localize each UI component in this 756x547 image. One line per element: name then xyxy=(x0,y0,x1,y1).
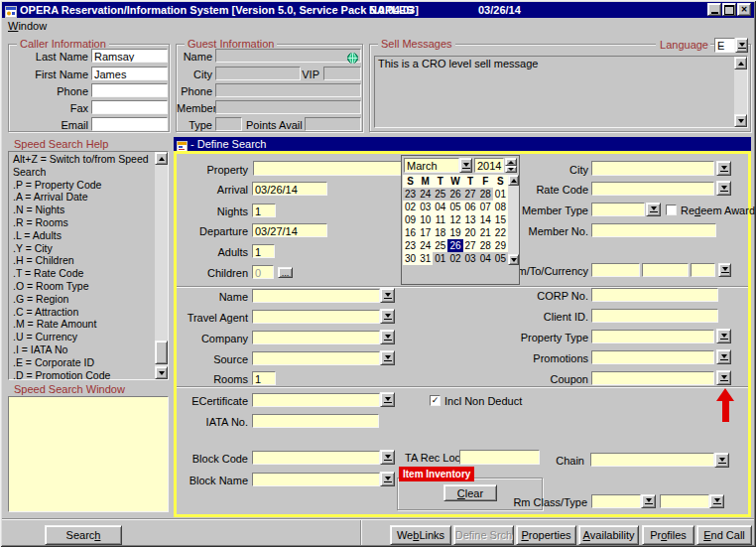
calendar-day[interactable]: 17 xyxy=(418,226,433,239)
calendar-day[interactable]: 09 xyxy=(403,213,418,226)
calendar-day[interactable]: 23 xyxy=(403,188,418,201)
coupon-field[interactable] xyxy=(591,371,714,385)
promotions-field[interactable] xyxy=(591,350,714,364)
currency-lov-button[interactable] xyxy=(718,263,731,277)
block-code-field[interactable] xyxy=(252,451,380,465)
calendar-day[interactable]: 20 xyxy=(463,226,478,239)
calendar-day[interactable]: 21 xyxy=(478,226,493,239)
city-lov-button[interactable] xyxy=(716,161,731,176)
city-field[interactable] xyxy=(591,161,714,176)
clear-button[interactable]: Clear xyxy=(443,484,497,501)
footer-button-profiles[interactable]: Profiles xyxy=(642,525,694,545)
chain-field[interactable] xyxy=(590,453,714,467)
calendar-day[interactable]: 05 xyxy=(493,252,508,265)
globe-icon[interactable] xyxy=(347,50,358,68)
rooms-field[interactable]: 1 xyxy=(252,371,276,385)
calendar-day[interactable]: 29 xyxy=(493,239,508,252)
block-name-lov-button[interactable] xyxy=(380,472,395,486)
footer-button-web-links[interactable]: Web Links xyxy=(390,525,451,545)
define-search-titlebar[interactable]: - Define Search xyxy=(174,137,751,151)
caller-phone-field[interactable] xyxy=(91,83,168,97)
calendar-day[interactable]: 31 xyxy=(418,252,433,265)
calendar-day[interactable]: 04 xyxy=(478,252,493,265)
search-button[interactable]: Search xyxy=(45,525,122,545)
calendar-day[interactable]: 05 xyxy=(447,201,462,213)
calendar-day[interactable]: 07 xyxy=(478,201,493,213)
scroll-up-icon[interactable] xyxy=(734,57,747,69)
property-type-lov-button[interactable] xyxy=(716,329,731,343)
calendar-day[interactable]: 28 xyxy=(478,239,493,252)
calendar-day[interactable]: 11 xyxy=(433,213,447,226)
departure-field[interactable]: 03/27/14 xyxy=(252,223,327,237)
calendar-day[interactable]: 24 xyxy=(418,188,433,201)
footer-button-properties[interactable]: Properties xyxy=(516,525,576,545)
calendar-day[interactable]: 06 xyxy=(463,201,478,213)
rate-code-lov-button[interactable] xyxy=(716,181,731,196)
sell-message-scrollbar[interactable] xyxy=(734,57,747,127)
incl-non-deduct-checkbox[interactable] xyxy=(430,395,441,406)
calendar-day[interactable]: 08 xyxy=(493,201,508,213)
maximize-button[interactable] xyxy=(722,3,736,16)
year-decrement-icon[interactable] xyxy=(505,166,517,173)
name-lov-button[interactable] xyxy=(380,288,395,303)
promotions-lov-button[interactable] xyxy=(716,349,731,364)
corp-no-field[interactable] xyxy=(591,288,718,302)
calendar-day[interactable]: 13 xyxy=(463,213,478,226)
footer-button-availability[interactable]: Availability xyxy=(578,525,639,545)
calendar-day[interactable]: 25 xyxy=(433,188,447,201)
calendar-day[interactable]: 02 xyxy=(403,201,418,213)
speed-search-scrollbar[interactable] xyxy=(155,152,168,379)
calendar-day[interactable]: 30 xyxy=(403,252,418,265)
footer-button-end-call[interactable]: End Call xyxy=(696,525,752,545)
rm-type-lov-button[interactable] xyxy=(709,494,724,508)
property-type-field[interactable] xyxy=(591,330,714,343)
calendar-day[interactable]: 04 xyxy=(433,201,447,213)
member-type-lov-button[interactable] xyxy=(646,203,661,216)
calendar-day[interactable]: 01 xyxy=(493,188,508,201)
language-dropdown-icon[interactable] xyxy=(735,38,748,53)
from-field[interactable] xyxy=(591,263,640,277)
calendar-day[interactable]: 16 xyxy=(403,226,418,239)
speed-search-window-box[interactable] xyxy=(8,396,169,512)
block-name-field[interactable] xyxy=(252,473,380,486)
rate-code-field[interactable] xyxy=(591,182,714,196)
scroll-down-icon[interactable] xyxy=(508,254,519,265)
rm-type-field[interactable] xyxy=(660,494,709,508)
calendar-day[interactable]: 26 xyxy=(447,188,462,201)
company-field[interactable] xyxy=(252,331,380,344)
travel-agent-field[interactable] xyxy=(252,310,380,324)
scroll-up-icon[interactable] xyxy=(155,152,168,165)
calendar-day[interactable]: 18 xyxy=(433,226,447,239)
close-button[interactable] xyxy=(737,3,751,16)
children-more-button[interactable]: ... xyxy=(278,267,293,278)
email-field[interactable] xyxy=(91,117,168,131)
rm-class-field[interactable] xyxy=(591,494,641,508)
iata-no-field[interactable] xyxy=(252,414,379,428)
calendar-day[interactable]: 28 xyxy=(478,188,493,201)
calendar-day[interactable]: 27 xyxy=(463,188,478,201)
nights-field[interactable]: 1 xyxy=(252,204,276,217)
menu-window[interactable]: Window xyxy=(8,20,47,33)
calendar-day[interactable]: 23 xyxy=(403,239,418,252)
calendar-day[interactable]: 02 xyxy=(447,252,462,265)
redeem-award-checkbox[interactable] xyxy=(666,205,677,215)
calendar-month-dropdown-icon[interactable] xyxy=(459,158,472,173)
calendar-day[interactable]: 26 xyxy=(447,239,462,252)
calendar-day[interactable]: 12 xyxy=(447,213,462,226)
coupon-lov-button[interactable] xyxy=(716,370,731,385)
scroll-up-icon[interactable] xyxy=(508,175,519,186)
calendar-day[interactable]: 22 xyxy=(493,226,508,239)
fax-field[interactable] xyxy=(91,100,168,114)
ecertificate-field[interactable] xyxy=(252,393,380,407)
calendar-month-select[interactable]: March xyxy=(404,158,459,173)
calendar-day[interactable]: 25 xyxy=(433,239,447,252)
first-name-field[interactable]: James xyxy=(91,67,168,80)
minimize-button[interactable] xyxy=(707,3,721,16)
calendar-day[interactable]: 15 xyxy=(493,213,508,226)
scrollbar-thumb[interactable] xyxy=(155,341,168,364)
member-no-field[interactable] xyxy=(591,223,716,237)
chain-lov-button[interactable] xyxy=(714,453,729,468)
rm-class-lov-button[interactable] xyxy=(641,494,656,508)
currency-field[interactable] xyxy=(691,263,715,277)
company-lov-button[interactable] xyxy=(380,330,395,344)
